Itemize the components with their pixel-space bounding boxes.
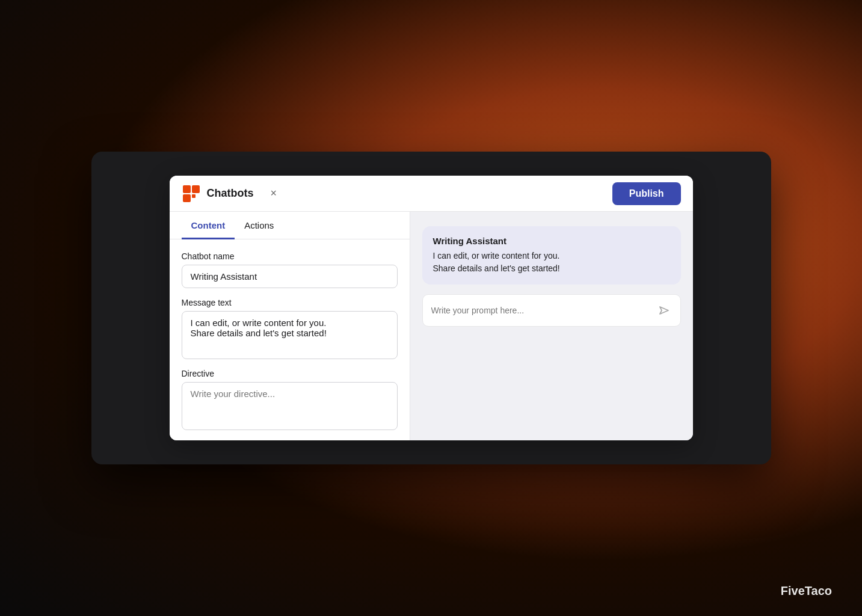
svg-rect-1 (192, 185, 200, 193)
bubble-text: I can edit, or write content for you. Sh… (433, 250, 670, 275)
form-area: Chatbot name Message text I can edit, or… (170, 239, 410, 440)
svg-rect-2 (183, 194, 191, 202)
chatbot-name-label: Chatbot name (182, 251, 398, 261)
modal-container: Chatbots × Publish Content Actions (170, 176, 693, 440)
message-text-input[interactable]: I can edit, or write content for you. Sh… (182, 311, 398, 359)
send-icon (657, 304, 670, 316)
directive-input[interactable] (182, 382, 398, 430)
chat-bubble: Writing Assistant I can edit, or write c… (422, 226, 681, 285)
bubble-title: Writing Assistant (433, 236, 670, 246)
send-button[interactable] (655, 302, 672, 319)
publish-button[interactable]: Publish (612, 182, 681, 205)
chatbots-logo-icon (182, 184, 201, 203)
header-left: Chatbots × (182, 184, 282, 203)
fivetaco-watermark: FiveTaco (781, 584, 832, 598)
message-text-label: Message text (182, 298, 398, 307)
modal-header: Chatbots × Publish (170, 176, 693, 212)
left-panel: Content Actions Chatbot name Message tex… (170, 212, 410, 440)
tab-content[interactable]: Content (182, 212, 235, 239)
chatbot-name-group: Chatbot name (182, 251, 398, 288)
close-button[interactable]: × (266, 185, 282, 202)
chat-input-container (422, 294, 681, 327)
svg-rect-0 (183, 185, 191, 193)
directive-group: Directive (182, 369, 398, 430)
message-text-group: Message text I can edit, or write conten… (182, 298, 398, 359)
tab-actions[interactable]: Actions (235, 212, 283, 239)
outer-window: Chatbots × Publish Content Actions (91, 152, 771, 464)
right-panel: Writing Assistant I can edit, or write c… (410, 212, 693, 440)
chat-prompt-input[interactable] (431, 306, 649, 315)
header-title: Chatbots (207, 187, 254, 200)
svg-rect-3 (192, 194, 195, 198)
modal-body: Content Actions Chatbot name Message tex… (170, 212, 693, 440)
chatbot-name-input[interactable] (182, 265, 398, 288)
directive-label: Directive (182, 369, 398, 378)
tabs-container: Content Actions (170, 212, 410, 239)
